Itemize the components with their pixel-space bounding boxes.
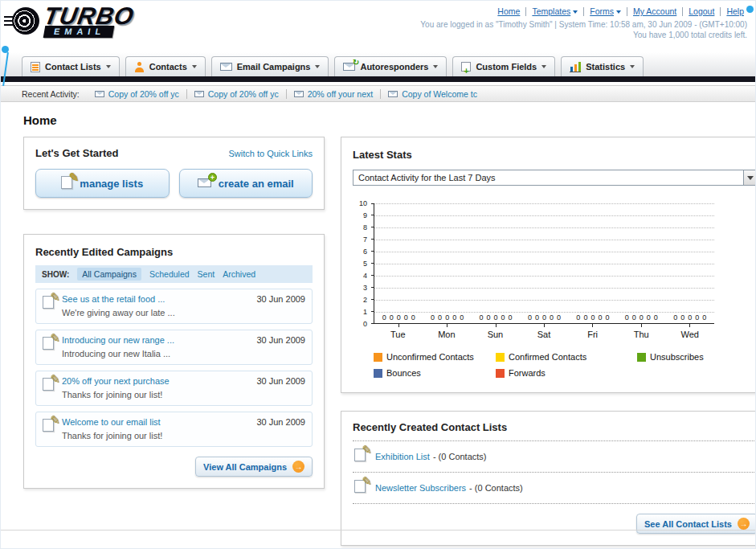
- campaign-subtitle: Thanks for joining our list!: [62, 390, 162, 399]
- recent-campaigns-panel: Recently Edited Campaigns SHOW: All Camp…: [23, 234, 325, 489]
- get-started-title: Let's Get Started: [35, 147, 119, 159]
- filter-sent[interactable]: Sent: [198, 269, 215, 279]
- campaign-title-link[interactable]: 20% off your next purchase: [62, 375, 248, 387]
- autoresponder-icon: ↻: [343, 63, 355, 71]
- tab-contact-lists[interactable]: Contact Lists: [22, 56, 120, 76]
- chart-value-labels: 00000000000000000000000000000000000: [374, 313, 714, 322]
- main-content: Home Let's Get Started Switch to Quick L…: [1, 102, 755, 546]
- tab-custom-fields[interactable]: Custom Fields: [452, 56, 555, 76]
- x-axis-tick: [592, 324, 593, 327]
- chevron-down-icon: [433, 65, 438, 68]
- filter-all-campaigns[interactable]: All Campaigns: [77, 268, 141, 281]
- contact-list-link[interactable]: Newsletter Subscribers: [375, 483, 466, 493]
- gridline: [374, 215, 714, 216]
- nav-link-forms[interactable]: Forms: [584, 7, 627, 16]
- y-axis-label: 2: [353, 296, 367, 304]
- create-email-button[interactable]: + create an email: [179, 169, 313, 198]
- decorative-dot-right: [746, 6, 754, 13]
- switch-quick-links-link[interactable]: Switch to Quick Links: [228, 149, 313, 158]
- x-axis-tick: [496, 324, 497, 327]
- utility-nav: Home Templates Forms My Account Logout H…: [420, 7, 747, 16]
- footer-divider: [1, 530, 755, 531]
- gridline: [374, 227, 714, 228]
- envelope-icon: [95, 91, 104, 97]
- x-axis-label: Tue: [374, 330, 423, 339]
- legend-swatch: [374, 353, 382, 362]
- contact-list-detail: - (0 Contacts): [469, 483, 523, 493]
- x-axis-label: Sat: [520, 330, 569, 339]
- logo-primary-text: TURBO: [42, 4, 136, 28]
- campaign-title-link[interactable]: See us at the retail food ...: [62, 293, 248, 305]
- nav-link-my-account[interactable]: My Account: [627, 7, 683, 16]
- chevron-down-icon: [573, 10, 578, 14]
- edit-campaign-icon: ✎: [43, 296, 54, 312]
- nav-link-help[interactable]: Help: [721, 7, 747, 16]
- swirl-icon: [12, 7, 39, 35]
- campaign-row: ✎ Welcome to our email list Thanks for j…: [35, 412, 313, 447]
- view-all-campaigns-button[interactable]: View All Campaigns →: [195, 457, 313, 477]
- campaign-title-link[interactable]: Welcome to our email list: [62, 416, 248, 428]
- y-axis-label: 5: [353, 260, 367, 268]
- bar-value-labels: 00000: [617, 313, 665, 322]
- legend-swatch: [496, 353, 505, 362]
- x-axis-label: Wed: [665, 330, 714, 339]
- see-all-contact-lists-button[interactable]: See All Contact Lists →: [636, 514, 756, 534]
- recent-activity-bar: Recent Activity: Copy of 20% off yc Copy…: [1, 85, 755, 102]
- recent-activity-item[interactable]: Copy of Welcome tc: [381, 89, 484, 99]
- x-axis-label: Mon: [423, 330, 472, 339]
- campaign-subtitle: We're giving away our late ...: [62, 308, 175, 318]
- campaign-row: ✎ Introducing our new range ... Introduc…: [35, 330, 313, 365]
- edit-list-icon: ✎: [354, 449, 366, 465]
- contact-lists-title: Recently Created Contact Lists: [353, 421, 756, 441]
- campaign-date: 30 Jun 2009: [256, 335, 305, 345]
- legend-item: Forwards: [496, 368, 637, 378]
- legend-item: Bounces: [374, 368, 496, 378]
- nav-link-templates[interactable]: Templates: [526, 7, 584, 16]
- campaigns-title: Recently Edited Campaigns: [35, 246, 173, 258]
- recent-activity-item[interactable]: Copy of 20% off yc: [88, 89, 187, 99]
- campaign-row: ✎ 20% off your next purchase Thanks for …: [35, 371, 313, 406]
- y-axis-label: 8: [353, 223, 367, 231]
- recent-activity-item[interactable]: 20% off your next: [287, 89, 382, 99]
- y-axis-label: 3: [353, 284, 367, 292]
- tab-autoresponders[interactable]: ↻ Autoresponders: [334, 56, 447, 76]
- x-axis-tick: [544, 324, 545, 327]
- contact-list-icon: [31, 62, 40, 72]
- campaign-subtitle: Thanks for joining our list!: [62, 431, 162, 440]
- gridline: [374, 288, 714, 289]
- campaign-title-link[interactable]: Introducing our new range ...: [62, 334, 248, 346]
- turbo-email-logo[interactable]: TURBO EMAIL: [12, 4, 134, 52]
- bar-value-labels: 00000: [666, 313, 714, 322]
- show-label: SHOW:: [42, 270, 69, 279]
- recent-activity-item[interactable]: Copy of 20% off yc: [187, 89, 287, 99]
- bar-value-labels: 00000: [374, 313, 423, 322]
- page-title: Home: [23, 113, 733, 127]
- manage-lists-button[interactable]: ✎ manage lists: [35, 169, 170, 198]
- tab-email-campaigns[interactable]: Email Campaigns: [211, 56, 329, 76]
- chevron-down-icon: [743, 170, 756, 185]
- y-axis-label: 7: [353, 236, 367, 244]
- legend-item: Confirmed Contacts: [496, 352, 637, 362]
- legend-swatch: [374, 369, 382, 378]
- bar-value-labels: 00000: [423, 313, 471, 322]
- edit-campaign-icon: ✎: [43, 378, 54, 394]
- nav-link-logout[interactable]: Logout: [683, 7, 721, 16]
- chart-plot: 00000000000000000000000000000000000: [374, 203, 714, 324]
- left-column: Let's Get Started Switch to Quick Links …: [23, 137, 325, 489]
- filter-archived[interactable]: Archived: [223, 269, 255, 279]
- tab-contacts[interactable]: Contacts: [125, 56, 206, 76]
- main-navigation: Contact Lists Contacts Email Campaigns ↻…: [1, 52, 755, 76]
- chevron-down-icon: [106, 65, 111, 68]
- y-axis-label: 1: [353, 308, 367, 316]
- tab-statistics[interactable]: Statistics: [561, 56, 644, 76]
- y-axis-label: 4: [353, 272, 367, 280]
- stats-period-select[interactable]: Contact Activity for the Last 7 Days: [353, 170, 756, 186]
- chart-legend: Unconfirmed ContactsConfirmed ContactsUn…: [374, 352, 756, 378]
- filter-scheduled[interactable]: Scheduled: [149, 269, 190, 279]
- campaign-date: 30 Jun 2009: [256, 294, 305, 304]
- nav-link-home[interactable]: Home: [492, 7, 526, 16]
- y-axis-label: 9: [353, 211, 367, 219]
- contact-list-link[interactable]: Exhibition List: [375, 452, 430, 461]
- legend-item: Unsubscribes: [637, 352, 756, 362]
- envelope-icon: [294, 91, 304, 97]
